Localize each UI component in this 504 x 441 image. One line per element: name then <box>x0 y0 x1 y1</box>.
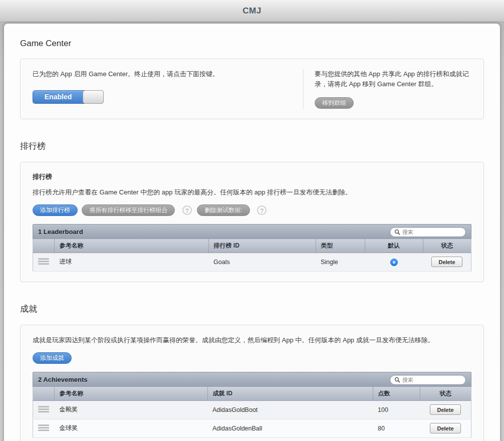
achievement-points-cell: 100 <box>373 400 420 419</box>
achievement-name-cell: 金靴奖 <box>54 400 207 419</box>
column-header-type[interactable]: 类型 <box>316 239 365 253</box>
delete-button[interactable]: Delete <box>431 257 462 267</box>
delete-button[interactable]: Delete <box>430 423 461 433</box>
drag-handle-icon[interactable] <box>38 422 49 433</box>
achievements-heading: 成就 <box>20 303 484 315</box>
column-header-name[interactable]: 参考名称 <box>54 387 207 400</box>
drag-handle-icon[interactable] <box>38 256 49 267</box>
add-leaderboard-button[interactable]: 添加排行榜 <box>33 204 78 216</box>
default-radio[interactable] <box>390 259 398 266</box>
column-header-status[interactable]: 状态 <box>423 239 471 253</box>
help-icon[interactable]: ? <box>257 205 267 215</box>
achievements-searchbox[interactable] <box>390 375 466 385</box>
game-center-right-column: 要与您提供的其他 App 共享此 App 的排行榜和成就记录，请将此 App 移… <box>304 69 471 109</box>
achievements-section: 成就 成就是玩家因达到某个阶段或执行某项操作而赢得的荣誉。成就由您定义，然后编程… <box>20 303 484 441</box>
leaderboard-type-cell: Single <box>316 253 365 271</box>
game-center-heading: Game Center <box>20 39 484 49</box>
leaderboards-description: 排行榜允许用户查看在 Game Center 中您的 app 玩家的最高分。任何… <box>33 187 471 197</box>
achievement-name-cell: 金球奖 <box>54 419 207 437</box>
column-header-name[interactable]: 参考名称 <box>54 239 208 253</box>
column-header-default[interactable]: 默认 <box>365 239 423 253</box>
add-achievement-button[interactable]: 添加成就 <box>33 352 72 364</box>
drag-column-header <box>33 387 55 400</box>
game-center-left-column: 已为您的 App 启用 Game Center。终止使用，请点击下面按键。 En… <box>33 69 303 109</box>
leaderboard-searchbox[interactable] <box>390 227 466 237</box>
achievements-table-titlebar: 2 Achievements <box>33 372 471 387</box>
delete-button[interactable]: Delete <box>430 404 461 415</box>
leaderboards-section: 排行榜 排行榜 排行榜允许用户查看在 Game Center 中您的 app 玩… <box>20 140 484 282</box>
achievements-button-row: 添加成就 <box>33 352 471 364</box>
game-center-section: Game Center 已为您的 App 启用 Game Center。终止使用… <box>20 39 484 119</box>
game-center-status-text: 已为您的 App 启用 Game Center。终止使用，请点击下面按键。 <box>33 69 291 79</box>
leaderboard-table: 1 Leaderboard <box>33 224 471 272</box>
achievement-id-cell: AdidasGoldBoot <box>207 400 373 419</box>
leaderboard-table-titlebar: 1 Leaderboard <box>33 224 471 239</box>
achievement-points-cell: 80 <box>373 419 420 437</box>
search-icon <box>394 377 400 383</box>
help-icon[interactable]: ? <box>182 205 192 215</box>
page-title: CMJ <box>242 6 261 16</box>
achievements-search-input[interactable] <box>402 377 461 383</box>
toggle-label: Enabled <box>33 91 83 103</box>
achievement-id-cell: AdidasGoldenBall <box>207 419 373 437</box>
leaderboard-table-title: 1 Leaderboard <box>38 228 83 236</box>
window-titlebar: CMJ <box>0 0 504 22</box>
table-row[interactable]: 金靴奖 AdidasGoldBoot 100 Delete <box>33 400 471 419</box>
column-header-id[interactable]: 成就 ID <box>207 387 373 400</box>
achievements-table-title: 2 Achievements <box>38 376 88 383</box>
achievements-header-row: 参考名称 成就 ID 点数 状态 <box>33 387 471 400</box>
leaderboards-panel: 排行榜 排行榜允许用户查看在 Game Center 中您的 app 玩家的最高… <box>20 162 484 282</box>
leaderboard-search-input[interactable] <box>402 229 461 235</box>
leaderboards-panel-title: 排行榜 <box>33 172 471 181</box>
drag-column-header <box>33 239 55 253</box>
column-header-status[interactable]: 状态 <box>420 387 471 400</box>
game-center-enabled-toggle[interactable]: Enabled <box>33 90 104 104</box>
drag-handle-icon[interactable] <box>38 404 49 414</box>
leaderboards-heading: 排行榜 <box>20 140 484 152</box>
leaderboard-id-cell: Goals <box>208 253 316 271</box>
search-icon <box>394 229 400 235</box>
game-center-panel: 已为您的 App 启用 Game Center。终止使用，请点击下面按键。 En… <box>20 59 484 119</box>
table-row[interactable]: 金球奖 AdidasGoldenBall 80 Delete <box>33 419 471 437</box>
table-row[interactable]: 进球 Goals Single Delete <box>33 253 471 271</box>
achievements-description: 成就是玩家因达到某个阶段或执行某项操作而赢得的荣誉。成就由您定义，然后编程到 A… <box>33 335 471 345</box>
toggle-knob-icon[interactable] <box>83 90 104 104</box>
achievements-panel: 成就是玩家因达到某个阶段或执行某项操作而赢得的荣誉。成就由您定义，然后编程到 A… <box>20 325 484 441</box>
content-card: Game Center 已为您的 App 启用 Game Center。终止使用… <box>4 24 500 441</box>
leaderboards-button-row: 添加排行榜 将所有排行榜移至排行榜组合 ? 删除测试数据: ? <box>33 204 471 216</box>
leaderboard-header-row: 参考名称 排行榜 ID 类型 默认 状态 <box>33 239 471 253</box>
leaderboard-name-cell: 进球 <box>54 253 208 271</box>
move-to-group-button[interactable]: 移到群组 <box>315 97 354 109</box>
column-header-id[interactable]: 排行榜 ID <box>208 239 316 253</box>
column-header-points[interactable]: 点数 <box>373 387 420 400</box>
achievements-table: 2 Achievements <box>33 372 471 438</box>
delete-test-data-button[interactable]: 删除测试数据: <box>197 204 249 216</box>
move-all-leaderboards-button[interactable]: 将所有排行榜移至排行榜组合 <box>82 204 175 216</box>
group-share-text: 要与您提供的其他 App 共享此 App 的排行榜和成就记录，请将此 App 移… <box>315 69 471 89</box>
